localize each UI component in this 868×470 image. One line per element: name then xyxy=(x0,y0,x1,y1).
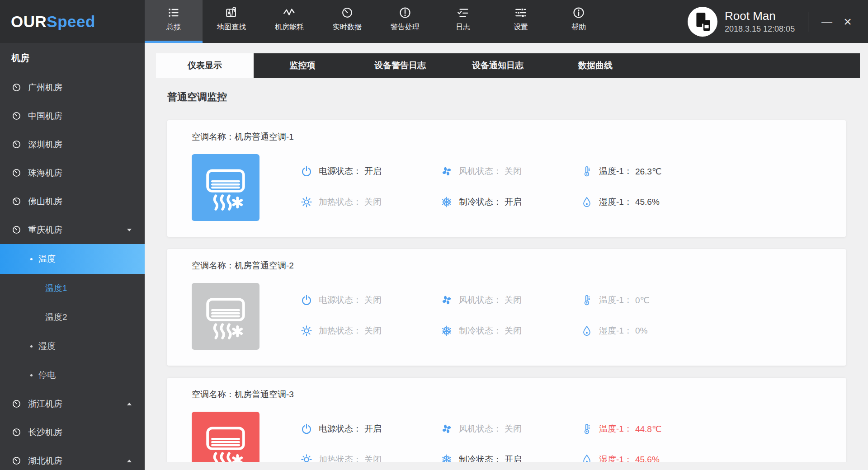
close-button[interactable]: × xyxy=(837,8,858,35)
tab-data-curve[interactable]: 数据曲线 xyxy=(547,53,644,78)
divider xyxy=(808,12,808,32)
power-icon xyxy=(301,423,312,435)
stat-label: 制冷状态： xyxy=(459,196,502,208)
sidebar-item-humidity[interactable]: 湿度 xyxy=(0,332,145,361)
chevron-up-icon xyxy=(126,401,132,406)
tab-device-notice-log[interactable]: 设备通知日志 xyxy=(449,53,547,78)
ac-name: 空调名称：机房普通空调-3 xyxy=(192,389,294,400)
nav-item-logs[interactable]: 日志 xyxy=(434,0,492,43)
stat-fan: 风机状态： 关闭 xyxy=(441,414,581,444)
sidebar-item-hubei[interactable]: 湖北机房 xyxy=(0,446,145,470)
stat-value: 关闭 xyxy=(364,196,382,208)
user-info: Root Man 2018.3.15 12:08:05 xyxy=(725,9,805,34)
pulse-icon xyxy=(283,6,296,19)
tab-device-alert-log[interactable]: 设备警告日志 xyxy=(351,53,449,78)
nav-item-map-search[interactable]: 地图查找 xyxy=(203,0,260,43)
stat-label: 电源状态： xyxy=(319,294,362,306)
stat-temperature: 温度-1： 44.8℃ xyxy=(581,414,832,444)
bullet-dot xyxy=(30,345,33,348)
gauge-icon xyxy=(11,225,22,235)
stat-value: 44.8℃ xyxy=(635,424,661,434)
gauge-icon xyxy=(11,427,22,437)
sidebar-item-label: 停电 xyxy=(38,369,56,381)
stat-label: 风机状态： xyxy=(459,423,502,435)
user-name: Root Man xyxy=(725,9,805,23)
sidebar-item-power-outage[interactable]: 停电 xyxy=(0,361,145,390)
stat-heating: 加热状态： 关闭 xyxy=(301,315,441,346)
stat-label: 温度-1： xyxy=(599,423,632,435)
stat-label: 湿度-1： xyxy=(599,325,632,337)
sidebar: 机房 广州机房 中国机房 深圳机房 珠海机房 佛山机房 重庆机房 温度 xyxy=(0,43,145,470)
nav-label: 总揽 xyxy=(166,23,181,32)
tab-gauge-display[interactable]: 仪表显示 xyxy=(156,53,254,78)
sidebar-item-zhejiang[interactable]: 浙江机房 xyxy=(0,390,145,418)
tab-bar: 仪表显示 监控项 设备警告日志 设备通知日志 数据曲线 xyxy=(156,53,860,78)
sidebar-item-chongqing[interactable]: 重庆机房 xyxy=(0,216,145,244)
ac-name: 空调名称：机房普通空调-2 xyxy=(192,260,294,272)
sidebar-item-guangzhou[interactable]: 广州机房 xyxy=(0,73,145,102)
tab-bar-filler xyxy=(644,53,860,78)
sidebar-item-changsha[interactable]: 长沙机房 xyxy=(0,418,145,446)
stat-value: 0% xyxy=(635,326,647,336)
sidebar-item-zhuhai[interactable]: 珠海机房 xyxy=(0,159,145,187)
stat-fan: 风机状态： 关闭 xyxy=(441,156,581,187)
stat-label: 电源状态： xyxy=(319,165,362,177)
sidebar-item-shenzhen[interactable]: 深圳机房 xyxy=(0,130,145,159)
stat-value: 开启 xyxy=(364,423,382,435)
stat-humidity: 湿度-1： 0% xyxy=(581,315,832,346)
nav-item-room-energy[interactable]: 机房能耗 xyxy=(260,0,318,43)
humidity-icon xyxy=(581,325,593,337)
gauge-icon xyxy=(11,168,22,178)
stat-value: 关闭 xyxy=(364,294,382,306)
sidebar-item-label: 中国机房 xyxy=(28,110,62,122)
stat-cooling: 制冷状态： 开启 xyxy=(441,187,581,217)
tab-monitor-items[interactable]: 监控项 xyxy=(254,53,351,78)
app-logo: OURSpeed xyxy=(11,0,95,43)
sidebar-item-label: 湿度 xyxy=(38,340,56,352)
sidebar-item-china[interactable]: 中国机房 xyxy=(0,102,145,130)
stat-value: 关闭 xyxy=(505,165,522,177)
stat-label: 制冷状态： xyxy=(459,325,502,337)
sidebar-item-label: 浙江机房 xyxy=(28,398,62,410)
stat-power: 电源状态： 开启 xyxy=(301,156,441,187)
stat-value: 关闭 xyxy=(364,325,382,337)
nav-item-help[interactable]: 帮助 xyxy=(550,0,608,43)
ac-card-3: 空调名称：机房普通空调-3 电源状态： 开启 风机状态： 关闭 温度- xyxy=(167,378,846,470)
minimize-button[interactable]: — xyxy=(816,8,837,35)
nav-item-overview[interactable]: 总揽 xyxy=(145,0,203,43)
thermometer-icon xyxy=(581,165,593,177)
chevron-up-icon xyxy=(126,458,132,463)
snowflake-icon xyxy=(441,196,453,208)
stat-value: 开启 xyxy=(505,196,522,208)
stat-value: 关闭 xyxy=(505,423,522,435)
stat-heating: 加热状态： 关闭 xyxy=(301,187,441,217)
sidebar-item-label: 重庆机房 xyxy=(28,224,62,236)
nav-item-realtime-data[interactable]: 实时数据 xyxy=(318,0,376,43)
gauge-icon xyxy=(11,139,22,150)
ac-name: 空调名称：机房普通空调-1 xyxy=(192,131,294,143)
stat-label: 温度-1： xyxy=(599,165,632,177)
nav-label: 帮助 xyxy=(571,23,586,32)
list-icon xyxy=(167,6,180,19)
chevron-down-icon xyxy=(126,227,132,232)
sidebar-item-temperature1[interactable]: 温度1 xyxy=(0,274,145,303)
avatar[interactable] xyxy=(688,7,717,37)
nav-item-alert-handling[interactable]: 警告处理 xyxy=(376,0,434,43)
sidebar-item-label: 温度2 xyxy=(45,311,67,323)
sidebar-item-label: 温度1 xyxy=(45,282,67,294)
nav-label: 机房能耗 xyxy=(275,23,304,32)
sidebar-item-temperature2[interactable]: 温度2 xyxy=(0,303,145,332)
thermometer-icon xyxy=(581,423,593,435)
nav-item-settings[interactable]: 设置 xyxy=(492,0,550,43)
ac-unit-icon xyxy=(200,291,251,342)
sidebar-item-foshan[interactable]: 佛山机房 xyxy=(0,187,145,216)
stat-value: 45.6% xyxy=(635,197,660,207)
sidebar-item-label: 湖北机房 xyxy=(28,455,62,467)
gauge-icon xyxy=(11,196,22,207)
sidebar-item-temperature[interactable]: 温度 xyxy=(0,244,145,274)
stat-label: 电源状态： xyxy=(319,423,362,435)
stat-grid: 电源状态： 关闭 风机状态： 关闭 温度-1： 0℃ 加热状态： 关闭 xyxy=(301,285,832,346)
ac-name-label: 空调名称： xyxy=(192,132,235,141)
top-navigation: 总揽 地图查找 机房能耗 实时数据 警告处理 日志 xyxy=(145,0,608,43)
ac-card-1: 空调名称：机房普通空调-1 电源状态： 开启 风机状态： 关闭 温度- xyxy=(167,120,846,237)
